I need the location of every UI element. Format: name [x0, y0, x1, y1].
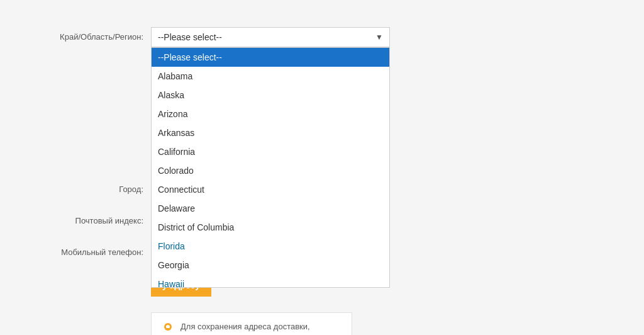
- location-icon: [162, 322, 174, 334]
- dropdown-item-10[interactable]: Florida: [152, 237, 389, 256]
- dropdown-item-8[interactable]: Delaware: [152, 199, 389, 218]
- dropdown-item-2[interactable]: Alaska: [152, 86, 389, 105]
- dropdown-item-3[interactable]: Arizona: [152, 105, 389, 123]
- dropdown-item-7[interactable]: Connecticut: [152, 180, 389, 199]
- state-dropdown: --Please select-- Alabama Alaska Arizona…: [151, 47, 390, 288]
- dropdown-item-1[interactable]: Alabama: [152, 67, 389, 86]
- hint-box: Для сохранения адреса доставки, пожалуйс…: [151, 312, 352, 335]
- dropdown-item-11[interactable]: Georgia: [152, 256, 389, 275]
- zip-label: Почтовый индекс:: [38, 211, 151, 231]
- region-select-value: --Please select--: [158, 32, 222, 42]
- city-label: Город:: [38, 179, 151, 200]
- dropdown-item-9[interactable]: District of Columbia: [152, 218, 389, 237]
- hint-text: Для сохранения адреса доставки, пожалуйс…: [180, 321, 327, 335]
- dropdown-item-12[interactable]: Hawaii: [152, 275, 389, 287]
- hint-line1: Для сохранения адреса доставки,: [180, 321, 327, 333]
- region-control-wrapper: --Please select-- ▼ --Please select-- Al…: [151, 27, 606, 47]
- region-select[interactable]: --Please select-- ▼: [151, 27, 390, 47]
- page-wrapper: Край/Область/Регион: --Please select-- ▼…: [0, 14, 644, 321]
- form-area: Край/Область/Регион: --Please select-- ▼…: [38, 27, 606, 297]
- dropdown-item-6[interactable]: Colorado: [152, 161, 389, 180]
- region-label: Край/Область/Регион:: [38, 27, 151, 47]
- dropdown-item-4[interactable]: Arkansas: [152, 123, 389, 142]
- dropdown-scroll[interactable]: --Please select-- Alabama Alaska Arizona…: [152, 48, 389, 287]
- region-row: Край/Область/Регион: --Please select-- ▼…: [38, 27, 606, 47]
- hint-line2: пожалуйста, нажмите на кнопку выше.: [180, 333, 327, 336]
- dropdown-item-0[interactable]: --Please select--: [152, 48, 389, 67]
- phone-label: Мобильный телефон:: [38, 242, 151, 263]
- dropdown-item-5[interactable]: California: [152, 142, 389, 161]
- chevron-down-icon: ▼: [375, 33, 383, 42]
